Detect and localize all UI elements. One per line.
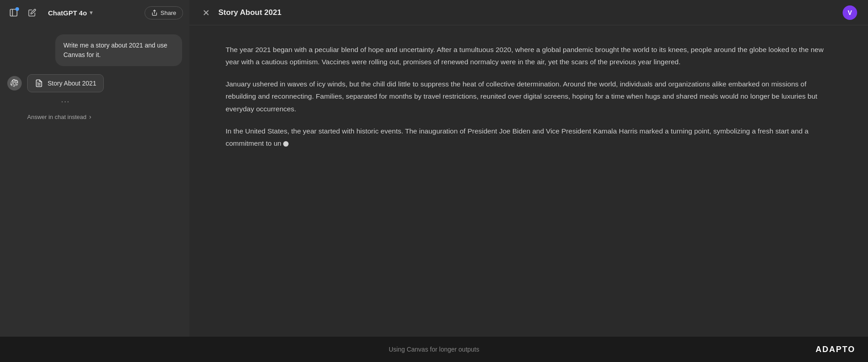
- share-icon: [151, 10, 158, 16]
- chevron-down-icon: ▾: [90, 10, 92, 16]
- openai-logo-icon: [10, 79, 19, 87]
- canvas-header: Story About 2021 V: [189, 0, 868, 25]
- sidebar-content: Write me a story about 2021 and use Canv…: [0, 25, 189, 337]
- user-avatar[interactable]: V: [843, 5, 857, 20]
- sidebar-header: ChatGPT 4o ▾ Share: [0, 0, 189, 25]
- canvas-content: The year 2021 began with a peculiar blen…: [189, 25, 868, 337]
- assistant-avatar: [7, 76, 22, 90]
- canvas-close-button[interactable]: [200, 7, 212, 19]
- sidebar-toggle-button[interactable]: [6, 5, 21, 20]
- share-button[interactable]: Share: [145, 6, 183, 19]
- canvas-paragraph-3: In the United States, the year started w…: [226, 125, 832, 149]
- sidebar: ChatGPT 4o ▾ Share Write me a story abou…: [0, 0, 189, 337]
- canvas-title: Story About 2021: [218, 8, 281, 17]
- adapto-brand: ADAPTO: [815, 345, 855, 354]
- notification-dot: [15, 7, 19, 11]
- edit-button[interactable]: [25, 6, 39, 19]
- close-icon: [202, 9, 210, 17]
- bottom-bar: Using Canvas for longer outputs ADAPTO: [0, 337, 868, 362]
- bottom-bar-label: Using Canvas for longer outputs: [389, 346, 479, 353]
- model-selector-button[interactable]: ChatGPT 4o ▾: [43, 6, 97, 19]
- answer-in-chat-text: Answer in chat instead: [27, 114, 87, 120]
- answer-in-chat-link[interactable]: Answer in chat instead ›: [27, 111, 104, 122]
- canvas-paragraph-3-text: In the United States, the year started w…: [226, 127, 809, 147]
- streaming-indicator: [283, 141, 289, 147]
- canvas-paragraph-2: January ushered in waves of icy winds, b…: [226, 78, 832, 114]
- user-message-text: Write me a story about 2021 and use Canv…: [63, 42, 167, 58]
- document-icon: [35, 79, 43, 87]
- share-label: Share: [160, 10, 176, 16]
- canvas-paragraph-1: The year 2021 began with a peculiar blen…: [226, 43, 832, 68]
- canvas-options-button[interactable]: ···: [27, 97, 104, 107]
- assistant-section: Story About 2021 ··· Answer in chat inst…: [7, 74, 182, 122]
- assistant-response: Story About 2021 ··· Answer in chat inst…: [27, 74, 104, 122]
- model-name-label: ChatGPT 4o: [48, 9, 87, 17]
- chevron-right-icon: ›: [89, 113, 92, 120]
- canvas-ref-label: Story About 2021: [48, 80, 96, 87]
- user-message-bubble: Write me a story about 2021 and use Canv…: [55, 34, 182, 66]
- canvas-reference-button[interactable]: Story About 2021: [27, 74, 104, 92]
- canvas-panel: Story About 2021 V The year 2021 began w…: [189, 0, 868, 337]
